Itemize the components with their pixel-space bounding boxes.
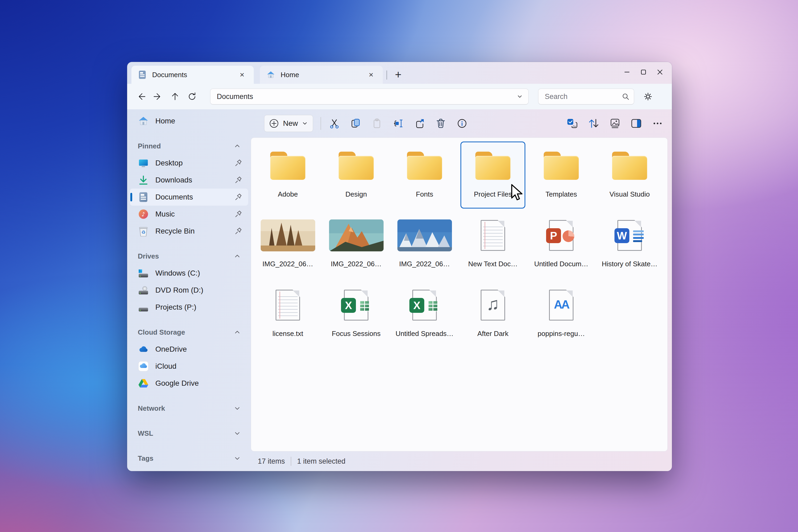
sidebar-section-drives[interactable]: Drives xyxy=(127,248,251,265)
more-button[interactable] xyxy=(650,115,666,131)
sidebar-item-dvd-d[interactable]: DVD Rom (D:) xyxy=(130,282,248,299)
minimize-button[interactable] xyxy=(619,65,635,79)
file-item-powerpoint[interactable]: P Untitled Docum… xyxy=(529,211,594,278)
file-item-folder[interactable]: Fonts xyxy=(392,141,457,209)
new-button-label: New xyxy=(283,119,298,128)
copy-button[interactable] xyxy=(348,115,364,131)
sidebar-section-network[interactable]: Network xyxy=(127,400,251,417)
more-icon xyxy=(651,117,664,130)
section-title: Network xyxy=(138,404,233,413)
sidebar-item-documents[interactable]: Documents xyxy=(130,189,248,206)
sidebar-item-music[interactable]: ♪ Music xyxy=(130,206,248,223)
file-list-panel: Adobe Design Fonts Project Files xyxy=(251,137,668,451)
file-item-image[interactable]: IMG_2022_06… xyxy=(255,211,320,278)
tab-home[interactable]: Home × xyxy=(260,66,383,84)
navigation-bar: Documents xyxy=(127,84,672,109)
pin-icon[interactable] xyxy=(234,227,243,236)
file-item-text-document[interactable]: New Text Doc… xyxy=(460,211,525,278)
file-item-image[interactable]: IMG_2022_06… xyxy=(392,211,457,278)
info-button[interactable] xyxy=(454,115,470,131)
file-item-excel[interactable]: X Untitled Spreads… xyxy=(392,281,457,348)
chevron-down-icon[interactable] xyxy=(516,93,524,100)
paste-button[interactable] xyxy=(369,115,385,131)
sidebar-item-recycle-bin[interactable]: ♻ Recycle Bin xyxy=(130,223,248,240)
preview-pane-icon xyxy=(630,117,642,130)
excel-file-icon: X xyxy=(412,290,437,321)
desktop-wallpaper: { "titlebar": { "tabs": [ { "label": "Do… xyxy=(0,0,798,532)
sidebar-item-home[interactable]: Home xyxy=(130,113,248,130)
address-bar[interactable]: Documents xyxy=(210,89,529,104)
sidebar-section-cloud-storage[interactable]: Cloud Storage xyxy=(127,324,251,341)
view-options-button[interactable] xyxy=(607,115,623,131)
tab-separator xyxy=(386,71,387,79)
sidebar-item-desktop[interactable]: Desktop xyxy=(130,155,248,172)
search-box[interactable] xyxy=(538,89,634,104)
chevron-up-icon[interactable] xyxy=(233,142,241,150)
file-label: Focus Sessions xyxy=(332,329,381,338)
search-input[interactable] xyxy=(545,93,622,101)
file-item-image[interactable]: IMG_2022_06… xyxy=(324,211,388,278)
select-all-button[interactable] xyxy=(565,115,581,131)
maximize-button[interactable] xyxy=(635,65,652,79)
folder-icon xyxy=(407,152,442,180)
file-item-audio[interactable]: ♫ After Dark xyxy=(460,281,525,348)
sidebar-item-label: Desktop xyxy=(155,159,234,167)
new-button[interactable]: New xyxy=(264,115,313,132)
titlebar[interactable]: Documents × Home × + xyxy=(127,62,672,84)
sort-button[interactable] xyxy=(586,115,602,131)
sidebar-item-tag-home[interactable]: Home xyxy=(130,467,248,471)
preview-pane-button[interactable] xyxy=(628,115,644,131)
sidebar-item-label: iCloud xyxy=(155,362,248,370)
file-label: license.txt xyxy=(272,329,303,338)
file-item-folder[interactable]: Adobe xyxy=(255,141,320,209)
chevron-down-icon[interactable] xyxy=(233,454,241,462)
sidebar-item-downloads[interactable]: Downloads xyxy=(130,172,248,189)
delete-button[interactable] xyxy=(433,115,449,131)
selection-count: 1 item selected xyxy=(297,457,345,466)
refresh-button[interactable] xyxy=(184,88,201,105)
rename-button[interactable] xyxy=(390,115,406,131)
copy-icon xyxy=(350,118,361,129)
sidebar-item-google-drive[interactable]: Google Drive xyxy=(130,375,248,392)
file-item-word[interactable]: W History of Skate… xyxy=(597,211,662,278)
share-button[interactable] xyxy=(412,115,428,131)
forward-button[interactable] xyxy=(150,88,167,105)
photo-thumbnail-alpine xyxy=(329,220,384,251)
close-button[interactable] xyxy=(652,65,668,79)
file-item-folder[interactable]: Design xyxy=(324,141,388,209)
sidebar-item-onedrive[interactable]: OneDrive xyxy=(130,341,248,358)
file-item-font[interactable]: AA poppins-regu… xyxy=(529,281,594,348)
svg-text:♻: ♻ xyxy=(141,230,146,235)
pin-icon[interactable] xyxy=(234,193,243,202)
sidebar-section-pinned[interactable]: Pinned xyxy=(127,137,251,155)
file-item-folder[interactable]: Templates xyxy=(529,141,594,209)
tab-documents[interactable]: Documents × xyxy=(131,66,254,84)
up-button[interactable] xyxy=(167,88,184,105)
close-tab-icon[interactable]: × xyxy=(236,69,248,81)
chevron-down-icon[interactable] xyxy=(233,404,241,412)
pin-icon[interactable] xyxy=(234,175,243,185)
settings-button[interactable] xyxy=(640,89,656,104)
sidebar-item-icloud[interactable]: iCloud xyxy=(130,358,248,375)
file-item-text-document[interactable]: license.txt xyxy=(255,281,320,348)
chevron-up-icon[interactable] xyxy=(233,328,241,336)
toolbar-right-group xyxy=(559,115,666,131)
close-tab-icon[interactable]: × xyxy=(365,69,377,81)
pin-icon[interactable] xyxy=(234,158,243,168)
sidebar-item-windows-c[interactable]: Windows (C:) xyxy=(130,265,248,282)
file-item-folder[interactable]: Visual Studio xyxy=(597,141,662,209)
chevron-down-icon[interactable] xyxy=(233,429,241,437)
sidebar-section-wsl[interactable]: WSL xyxy=(127,425,251,442)
back-button[interactable] xyxy=(132,88,150,105)
pin-icon[interactable] xyxy=(234,210,243,218)
cut-button[interactable] xyxy=(326,115,342,131)
sidebar-item-label: Downloads xyxy=(155,176,234,184)
toolbar-separator xyxy=(321,117,321,130)
toolbar: New xyxy=(251,109,672,137)
new-tab-button[interactable]: + xyxy=(391,67,406,82)
file-item-excel[interactable]: X Focus Sessions xyxy=(324,281,388,348)
sidebar-section-tags[interactable]: Tags xyxy=(127,450,251,467)
desktop-icon xyxy=(138,157,149,169)
sidebar-item-projects-p[interactable]: Projects (P:) xyxy=(130,299,248,316)
chevron-up-icon[interactable] xyxy=(233,252,241,260)
